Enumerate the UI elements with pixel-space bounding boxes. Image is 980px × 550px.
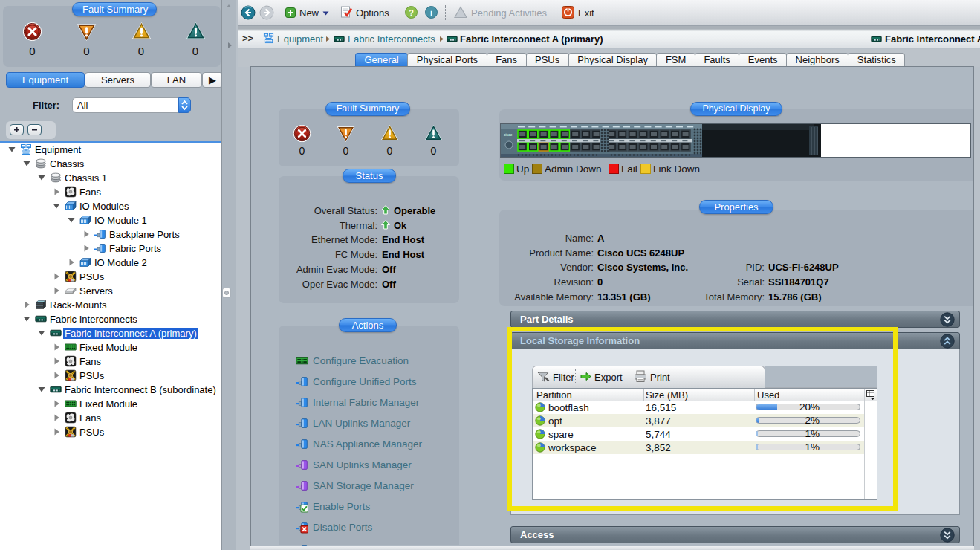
- svg-text:i: i: [430, 8, 432, 17]
- svg-text:?: ?: [409, 8, 414, 17]
- svg-text:cisco: cisco: [504, 132, 513, 137]
